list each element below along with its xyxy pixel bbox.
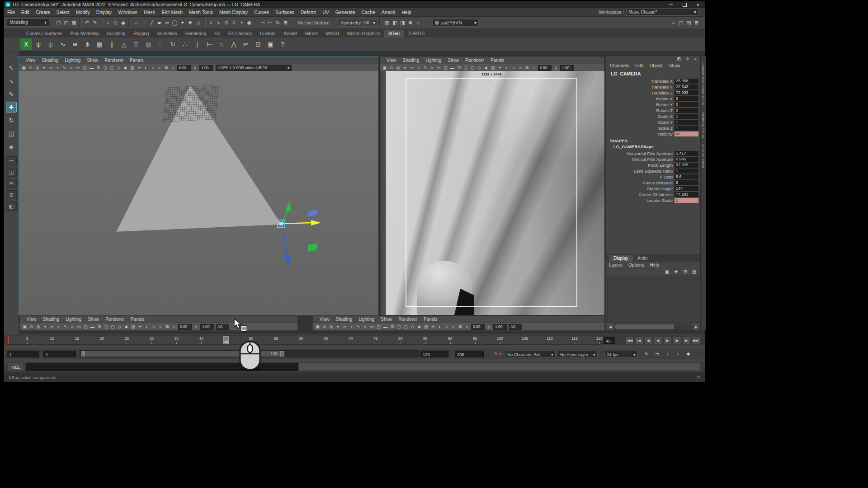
viewport-menu-item[interactable]: Show <box>85 317 102 322</box>
select-points-icon[interactable]: ∵ <box>140 19 148 27</box>
grid-toggle-icon[interactable]: ⌗ <box>68 66 75 70</box>
select-handles-icon[interactable]: ∴ <box>132 19 140 27</box>
field-chart-icon[interactable]: ⊞ <box>96 324 103 329</box>
auto-key-icon[interactable]: ● <box>675 351 681 357</box>
channel-box-scrollbar[interactable]: ◀ ▶ <box>607 324 699 330</box>
viewport-menu-item[interactable]: Show <box>444 58 462 63</box>
2d-pan-zoom-icon[interactable]: ⌖ <box>415 66 422 70</box>
xgen-update-preview-icon[interactable]: ↻ <box>167 38 179 50</box>
anim-layer-dropdown[interactable]: No Anim Layer▾ <box>558 351 598 357</box>
launch-render-setup-icon[interactable]: ☼ <box>414 19 422 27</box>
channel-value-field[interactable]: 1.417 <box>675 151 698 156</box>
screencast-user-dropdown[interactable]: jay2YBVN ▾ <box>433 19 479 27</box>
channel-box-menu-item[interactable]: Edit <box>635 63 646 68</box>
field-chart-icon[interactable]: ⊞ <box>95 66 102 70</box>
title-bar[interactable]: M LG_CameraSetup.mb* - Autodesk MAYA 202… <box>4 1 705 8</box>
ao-icon[interactable]: ◑ <box>150 324 157 329</box>
shaded-icon[interactable]: ◆ <box>123 324 130 329</box>
scroll-right-icon[interactable]: ▶ <box>693 324 699 330</box>
safe-action-icon[interactable]: ◻ <box>103 324 109 329</box>
channel-value-field[interactable]: 144 <box>675 186 698 191</box>
xgen-export-patches-icon[interactable]: ▦ <box>94 38 105 50</box>
exposure-field[interactable]: 0.00 <box>178 324 192 330</box>
viewport-layout-icon[interactable]: ◫ <box>677 19 685 27</box>
channel-value-field[interactable]: 1 <box>675 120 698 125</box>
gate-mask-icon[interactable]: ▬ <box>88 66 95 70</box>
move-tool-button[interactable]: ✚ <box>6 102 17 113</box>
current-time-field[interactable]: 45 <box>604 337 615 344</box>
universal-manipulator-button[interactable]: ◈ <box>6 141 17 152</box>
select-deformers-icon[interactable]: ✦ <box>179 19 186 27</box>
film-gate-icon[interactable]: ▭ <box>75 66 81 70</box>
gamma-field[interactable]: 1.00 <box>493 324 507 330</box>
menu-item[interactable]: Help <box>398 9 415 15</box>
open-render-view-icon[interactable]: ▥ <box>383 19 391 27</box>
xray-icon[interactable]: ⊠ <box>164 324 170 329</box>
channel-value-field[interactable]: 25.958 <box>675 79 698 84</box>
bookmarks-icon[interactable]: ▾ <box>335 324 341 329</box>
workspace-dropdown[interactable]: Maya Classic*▾ <box>626 9 698 16</box>
animation-end-field[interactable]: 200 <box>455 351 484 357</box>
viewport-menu-item[interactable]: Renderer <box>102 317 127 322</box>
shaded-icon[interactable]: ◆ <box>122 66 129 70</box>
scroll-left-icon[interactable]: ◀ <box>607 324 613 330</box>
grease-pencil-icon[interactable]: ✎ <box>422 66 429 70</box>
snap-point-icon[interactable]: ⊙ <box>222 19 230 27</box>
image-plane-icon[interactable]: ▱ <box>48 324 55 329</box>
select-camera-icon[interactable]: ▣ <box>381 66 388 70</box>
step-back-key-button[interactable]: |◀ <box>635 336 643 344</box>
scale-tool-button[interactable]: ◱ <box>6 128 17 139</box>
camera-attributes-icon[interactable]: ◎ <box>395 66 401 70</box>
gamma-icon[interactable]: γ <box>552 66 559 70</box>
viewport-menu-item[interactable]: Shading <box>39 58 62 63</box>
gate-mask-icon[interactable]: ▬ <box>382 324 389 329</box>
menu-item[interactable]: Mesh Display <box>216 9 251 15</box>
2d-pan-zoom-icon[interactable]: ⌖ <box>54 66 61 70</box>
xgen-cut-modifier-icon[interactable]: ✂ <box>240 38 252 50</box>
menu-item[interactable]: File <box>4 9 18 15</box>
add-layer-from-selected-icon[interactable]: ⊞ <box>682 268 689 275</box>
xgen-import-selection-icon[interactable]: ▽ <box>130 38 142 50</box>
redo-icon[interactable]: ↷ <box>91 19 99 27</box>
select-camera-icon[interactable]: ▣ <box>20 66 27 70</box>
xgen-attach-curves-icon[interactable]: ≋ <box>69 38 81 50</box>
safe-action-icon[interactable]: ◻ <box>396 324 402 329</box>
textured-icon[interactable]: ▧ <box>129 66 136 70</box>
bookmark-flag-icon[interactable]: ⚑ <box>494 351 498 357</box>
viewport-menu-item[interactable]: Panels <box>127 58 147 63</box>
safe-title-icon[interactable]: ▢ <box>469 66 476 70</box>
wireframe-icon[interactable]: ◇ <box>409 324 416 329</box>
xray-icon[interactable]: ⊠ <box>457 324 463 329</box>
add-empty-layer-icon[interactable]: ✚ <box>673 268 679 275</box>
current-time-marker[interactable]: 45 <box>223 336 229 344</box>
step-forward-frame-button[interactable]: |▶ <box>673 336 681 344</box>
channel-value-field[interactable]: 5 <box>675 180 698 185</box>
channel-value-field[interactable]: 5.6 <box>675 174 698 179</box>
xgen-noise-modifier-icon[interactable]: ≈ <box>216 38 227 50</box>
toggle-panel-menus-icon[interactable]: ▤ <box>685 19 693 27</box>
shape-node-name[interactable]: LG_CAMERAShape <box>613 144 654 149</box>
shelf-tab[interactable]: MASH <box>322 30 343 38</box>
select-hulls-icon[interactable]: ▱ <box>163 19 171 27</box>
camera-view-canvas[interactable]: 1836 x 2048 <box>380 71 604 315</box>
menu-item[interactable]: Edit <box>18 9 33 15</box>
xray-icon[interactable]: ⊠ <box>163 66 170 70</box>
channel-value-field[interactable]: 22.643 <box>675 84 698 89</box>
textured-icon[interactable]: ▧ <box>130 324 137 329</box>
xgen-clump-modifier-icon[interactable]: ⋀ <box>228 38 240 50</box>
shadows-icon[interactable]: ◐ <box>142 66 149 70</box>
colorspace-badge[interactable]: AC <box>216 324 229 330</box>
gate-mask-icon[interactable]: ▬ <box>449 66 456 70</box>
safe-title-icon[interactable]: ▢ <box>402 324 409 329</box>
render-current-frame-icon[interactable]: ◧ <box>391 19 399 27</box>
menu-item[interactable]: Modify <box>73 9 93 15</box>
channel-box-menu-item[interactable]: Object <box>650 63 666 68</box>
exposure-icon[interactable]: ☼ <box>530 66 537 70</box>
grease-pencil-icon[interactable]: ✎ <box>61 66 68 70</box>
exposure-icon[interactable]: ☼ <box>463 324 470 329</box>
xray-icon[interactable]: ⊠ <box>524 66 530 70</box>
channel-value-field[interactable]: 0 <box>675 108 698 113</box>
channel-value-field[interactable]: 0.945 <box>675 157 698 162</box>
channel-box-menu-item[interactable]: Show <box>669 63 684 68</box>
xgen-density-brush-icon[interactable]: ∴ <box>179 38 191 50</box>
